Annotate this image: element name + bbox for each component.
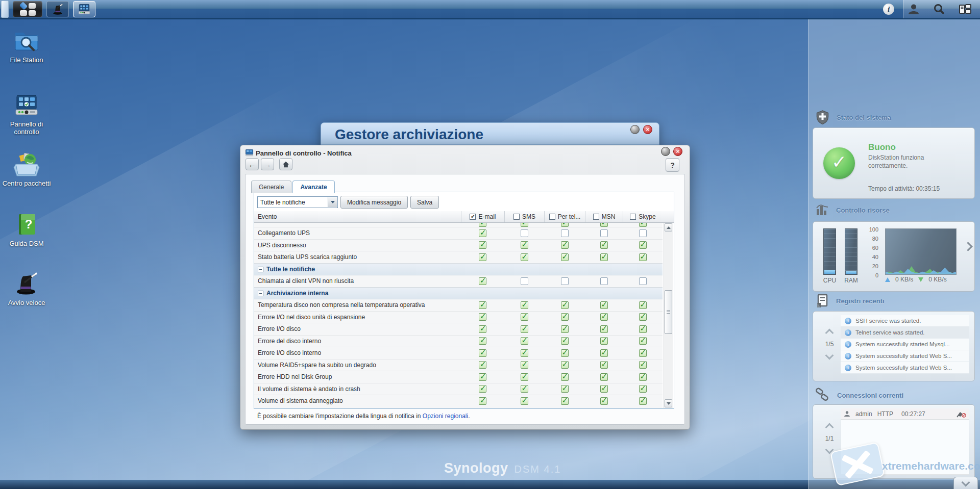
desktop-icon-quick-start[interactable]: Avvio veloce [0, 269, 53, 306]
column-header-email[interactable]: ✔E-mail [461, 211, 504, 222]
notify-checkbox[interactable] [521, 277, 528, 285]
event-row[interactable]: Collegamento UPS [254, 227, 663, 240]
notify-checkbox[interactable] [600, 373, 608, 381]
notify-checkbox[interactable] [600, 349, 608, 357]
notify-checkbox[interactable] [600, 337, 608, 345]
notify-checkbox[interactable] [479, 277, 486, 285]
column-select-checkbox[interactable] [630, 214, 636, 220]
collapse-widget-panel-button[interactable] [953, 477, 978, 489]
notify-checkbox[interactable] [561, 385, 569, 393]
event-row[interactable]: UPS disconnesso [254, 240, 663, 252]
notify-checkbox[interactable] [561, 223, 569, 227]
notify-checkbox[interactable] [561, 325, 569, 333]
event-row[interactable]: Volume RAID5+spare ha subito un degrado [254, 359, 663, 372]
desktop-icon-package-center[interactable]: Centro pacchetti [0, 150, 53, 187]
column-header-skype[interactable]: Skype [623, 211, 663, 222]
event-row[interactable]: Il volume di sistema è andato in crash [254, 383, 663, 396]
notify-checkbox[interactable] [600, 229, 608, 237]
notify-checkbox[interactable] [561, 337, 569, 345]
event-row[interactable]: Temperatura disco non compresa nella tem… [254, 299, 663, 312]
close-button[interactable]: ✕ [643, 125, 652, 134]
search-icon[interactable] [933, 3, 945, 15]
notify-checkbox[interactable] [600, 301, 608, 309]
event-row[interactable]: Errore I/O disco interno [254, 347, 663, 359]
notify-checkbox[interactable] [639, 301, 647, 309]
notify-checkbox[interactable] [561, 373, 569, 381]
notify-checkbox[interactable] [479, 229, 486, 237]
tab-generale[interactable]: Generale [251, 181, 291, 193]
info-icon[interactable]: i [883, 4, 894, 15]
widgets-panel-icon[interactable] [959, 3, 972, 15]
event-row[interactable]: Errore HDD nel Disk Group [254, 371, 663, 383]
notify-checkbox[interactable] [479, 313, 486, 321]
close-button[interactable]: ✕ [673, 147, 682, 156]
notify-checkbox[interactable] [479, 253, 486, 261]
column-header-msn[interactable]: MSN [585, 211, 623, 222]
scroll-down-button[interactable] [665, 399, 672, 407]
collapse-group-icon[interactable] [258, 291, 263, 296]
back-button[interactable]: ← [246, 158, 259, 170]
event-row[interactable]: Errore I/O nel disco unità di espansione [254, 312, 663, 324]
notify-checkbox[interactable] [561, 361, 569, 369]
window-control-panel-notification[interactable]: Pannello di controllo - Notifica ✕ ← → ?… [240, 145, 690, 430]
notify-checkbox[interactable] [479, 337, 486, 345]
user-icon[interactable] [908, 3, 920, 15]
event-row[interactable]: Stato batteria UPS scarica raggiunto [254, 251, 663, 264]
notify-checkbox[interactable] [639, 241, 647, 249]
taskbar-control-panel-button[interactable] [73, 1, 95, 17]
event-row[interactable]: Chiamata al client VPN non riuscita [254, 275, 663, 288]
notify-checkbox[interactable] [561, 253, 569, 261]
notify-checkbox[interactable] [521, 397, 528, 405]
event-row[interactable] [254, 223, 663, 227]
home-button[interactable] [279, 158, 292, 170]
notify-checkbox[interactable] [639, 313, 647, 321]
notify-checkbox[interactable] [521, 313, 528, 321]
notify-checkbox[interactable] [561, 229, 569, 237]
notify-checkbox[interactable] [561, 301, 569, 309]
dialog-titlebar[interactable]: Pannello di controllo - Notifica ✕ [240, 145, 690, 161]
notify-checkbox[interactable] [521, 385, 528, 393]
notify-checkbox[interactable] [639, 277, 647, 285]
notify-checkbox[interactable] [521, 361, 528, 369]
notify-checkbox[interactable] [479, 397, 486, 405]
notify-checkbox[interactable] [639, 337, 647, 345]
column-header-sms[interactable]: SMS [504, 211, 544, 222]
desktop-icon-control-panel[interactable]: Pannello di controllo [0, 91, 53, 136]
show-desktop-button[interactable] [1, 1, 9, 18]
notify-checkbox[interactable] [600, 325, 608, 333]
notify-checkbox[interactable] [600, 253, 608, 261]
column-header-pertel[interactable]: Per tel... [544, 211, 585, 222]
desktop-icon-dsm-help[interactable]: ? Guida DSM [0, 210, 53, 247]
help-button[interactable]: ? [666, 158, 679, 172]
notify-checkbox[interactable] [521, 229, 528, 237]
event-row[interactable]: Errore del disco interno [254, 336, 663, 348]
notify-checkbox[interactable] [479, 349, 486, 357]
notify-checkbox[interactable] [600, 385, 608, 393]
taskbar-quick-launch-button[interactable] [46, 1, 69, 17]
notify-checkbox[interactable] [639, 229, 647, 237]
table-scrollbar[interactable] [664, 223, 673, 408]
event-row[interactable]: Volume di sistema danneggiato [254, 395, 663, 407]
notify-checkbox[interactable] [600, 361, 608, 369]
minimize-button[interactable] [630, 125, 640, 134]
notify-checkbox[interactable] [639, 349, 647, 357]
notify-checkbox[interactable] [521, 301, 528, 309]
scrollbar-thumb[interactable] [665, 290, 672, 334]
notify-checkbox[interactable] [561, 349, 569, 357]
notify-checkbox[interactable] [561, 241, 569, 249]
notify-checkbox[interactable] [561, 277, 569, 285]
notify-checkbox[interactable] [479, 325, 486, 333]
regional-options-link[interactable]: Opzioni regionali [423, 413, 468, 420]
notification-filter-select[interactable]: Tutte le notifiche [257, 196, 338, 208]
notify-checkbox[interactable] [521, 223, 528, 227]
chevron-down-icon[interactable] [328, 197, 337, 207]
notify-checkbox[interactable] [521, 253, 528, 261]
notify-checkbox[interactable] [639, 325, 647, 333]
column-select-checkbox[interactable] [549, 214, 555, 220]
main-menu-button[interactable] [13, 1, 42, 17]
notify-checkbox[interactable] [639, 361, 647, 369]
notify-checkbox[interactable] [521, 373, 528, 381]
notify-checkbox[interactable] [600, 313, 608, 321]
notify-checkbox[interactable] [521, 241, 528, 249]
notify-checkbox[interactable] [639, 385, 647, 393]
